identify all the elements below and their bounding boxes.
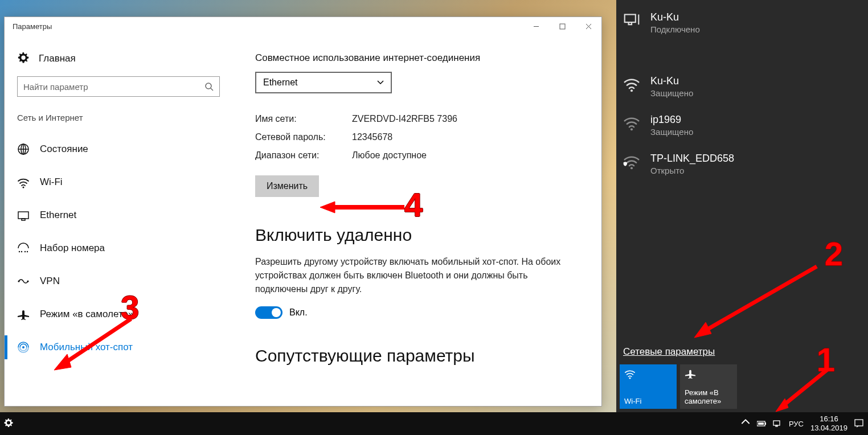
network-password-value: 12345678	[352, 132, 392, 142]
hotspot-icon	[17, 341, 30, 354]
network-name: ip1969	[650, 114, 693, 126]
home-label: Главная	[39, 53, 76, 64]
edit-button[interactable]: Изменить	[255, 175, 319, 197]
nav-label: Ethernet	[40, 210, 76, 221]
network-flyout: Ku-Ku Подключено Ku-Ku Защищено ip1969 З…	[616, 0, 868, 412]
settings-window: Параметры Главная Найти параметр Сеть и …	[4, 17, 602, 407]
nav-label: VPN	[40, 276, 60, 287]
tile-label: Wi-Fi	[624, 397, 672, 405]
window-maximize-button[interactable]	[549, 17, 575, 35]
airplane-icon	[17, 308, 30, 321]
airplane-icon	[685, 368, 696, 379]
network-status: Открыто	[650, 166, 734, 175]
window-close-button[interactable]	[575, 17, 601, 35]
remote-toggle[interactable]	[255, 306, 282, 319]
related-heading: Сопутствующие параметры	[255, 346, 579, 366]
clock-time: 16:16	[810, 415, 847, 424]
dialup-icon	[17, 242, 30, 255]
gear-icon[interactable]	[2, 417, 15, 430]
nav-item-wifi[interactable]: Wi-Fi	[5, 166, 232, 199]
ethernet-icon	[623, 11, 640, 28]
svg-rect-24	[560, 24, 565, 29]
remote-heading: Включить удаленно	[255, 225, 579, 245]
search-placeholder: Найти параметр	[23, 82, 88, 92]
network-item[interactable]: TP-LINK_EDD658 Открыто	[616, 145, 868, 183]
section-label: Сеть и Интернет	[5, 113, 232, 122]
tray-overflow-icon[interactable]	[741, 419, 750, 428]
network-status: Защищено	[650, 127, 693, 137]
network-item[interactable]: ip1969 Защищено	[616, 106, 868, 145]
search-icon	[204, 82, 214, 91]
wifi-icon	[624, 368, 636, 379]
nav-item-vpn[interactable]: VPN	[5, 265, 232, 298]
nav-label: Wi-Fi	[40, 177, 63, 188]
shield-icon	[622, 158, 630, 166]
nav-item-dialup[interactable]: Набор номера	[5, 232, 232, 265]
nav-item-airplane-mode[interactable]: Режим «в самолете»	[5, 298, 232, 331]
language-indicator[interactable]: РУС	[789, 420, 804, 428]
nav-label: Набор номера	[40, 243, 105, 254]
clock-date: 13.04.2019	[810, 424, 847, 433]
nav-item-mobile-hotspot[interactable]: Мобильный хот-спот	[5, 331, 232, 364]
clock[interactable]: 16:16 13.04.2019	[810, 415, 847, 432]
action-center-icon[interactable]	[854, 419, 863, 428]
network-name-value: ZVERDVD-I42RFB5 7396	[352, 114, 457, 124]
airplane-mode-tile[interactable]: Режим «В самолете»	[680, 364, 737, 409]
network-status: Подключено	[650, 24, 700, 34]
remote-body-text: Разрешить другому устройству включать мо…	[255, 255, 574, 296]
window-title: Параметры	[13, 22, 52, 31]
vpn-icon	[17, 275, 30, 288]
home-button[interactable]: Главная	[5, 52, 232, 65]
network-name: TP-LINK_EDD658	[650, 153, 734, 165]
network-name: Ku-Ku	[650, 75, 693, 87]
window-titlebar[interactable]: Параметры	[5, 17, 601, 35]
wifi-icon	[17, 176, 30, 188]
wifi-icon	[623, 114, 640, 131]
settings-sidebar: Главная Найти параметр Сеть и Интернет С…	[5, 35, 232, 406]
network-name: Ku-Ku	[650, 11, 700, 23]
ethernet-icon	[17, 209, 30, 221]
toggle-label: Вкл.	[289, 307, 308, 318]
battery-icon[interactable]	[757, 419, 766, 428]
network-password-label: Сетевой пароль:	[255, 132, 352, 142]
taskbar: РУС 16:16 13.04.2019	[0, 412, 868, 435]
network-settings-link[interactable]: Сетевые параметры	[616, 346, 868, 364]
share-connection-dropdown[interactable]: Ethernet	[255, 72, 392, 93]
window-minimize-button[interactable]	[523, 17, 549, 35]
nav-label: Мобильный хот-спот	[40, 342, 133, 353]
chevron-down-icon	[377, 79, 384, 86]
network-band-label: Диапазон сети:	[255, 150, 352, 161]
network-item[interactable]: Ku-Ku Подключено	[616, 3, 868, 42]
system-tray: РУС 16:16 13.04.2019	[741, 415, 863, 432]
share-heading: Совместное использование интернет-соедин…	[255, 52, 579, 64]
tile-label: Режим «В самолете»	[685, 388, 732, 405]
nav-item-ethernet[interactable]: Ethernet	[5, 199, 232, 232]
search-input[interactable]: Найти параметр	[17, 76, 220, 97]
nav-label: Режим «в самолете»	[40, 309, 133, 320]
nav-item-status[interactable]: Состояние	[5, 133, 232, 166]
network-status: Защищено	[650, 88, 693, 98]
network-tray-icon[interactable]	[773, 419, 782, 428]
nav-label: Состояние	[40, 143, 88, 155]
wifi-tile[interactable]: Wi-Fi	[620, 364, 677, 409]
wifi-icon	[623, 75, 640, 92]
network-name-label: Имя сети:	[255, 114, 352, 124]
settings-content: Совместное использование интернет-соедин…	[232, 35, 601, 406]
network-band-value: Любое доступное	[352, 150, 427, 161]
network-item[interactable]: Ku-Ku Защищено	[616, 67, 868, 106]
dropdown-value: Ethernet	[263, 77, 297, 88]
gear-icon	[17, 52, 30, 65]
globe-icon	[17, 143, 30, 155]
